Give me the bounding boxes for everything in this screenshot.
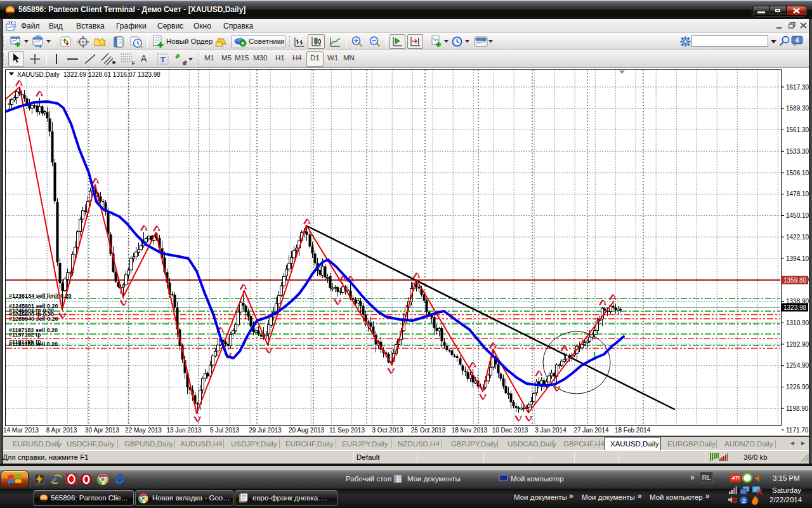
- svg-text:E: E: [112, 60, 116, 65]
- svg-text:#1197182 tp: #1197182 tp: [9, 331, 41, 338]
- svg-text:XAUUSD,Daily: XAUUSD,Daily: [17, 71, 60, 78]
- svg-text:22 May 2013: 22 May 2013: [125, 427, 162, 434]
- svg-text:4: 4: [796, 37, 799, 44]
- svg-text:1394.10: 1394.10: [786, 255, 809, 262]
- svg-text:18 Nov 2013: 18 Nov 2013: [452, 427, 488, 434]
- svg-text:10 Dec 2013: 10 Dec 2013: [492, 427, 528, 434]
- svg-text:20 Aug 2013: 20 Aug 2013: [289, 427, 325, 434]
- svg-text:5 Jul 2013: 5 Jul 2013: [210, 427, 240, 434]
- svg-text:8 Apr 2013: 8 Apr 2013: [46, 427, 77, 434]
- svg-text:1171.70: 1171.70: [786, 427, 809, 434]
- svg-text:1450.10: 1450.10: [786, 212, 809, 219]
- svg-text:1422.10: 1422.10: [786, 234, 809, 241]
- svg-text:T: T: [160, 55, 165, 64]
- svg-text:14 Mar 2013: 14 Mar 2013: [3, 427, 39, 434]
- svg-text:1359.80: 1359.80: [783, 277, 807, 284]
- svg-text:1617.30: 1617.30: [786, 84, 809, 91]
- svg-text:1561.30: 1561.30: [786, 126, 809, 133]
- svg-text:F: F: [132, 60, 135, 65]
- svg-text:1533.30: 1533.30: [786, 148, 809, 155]
- svg-text:1198.90: 1198.90: [786, 405, 809, 412]
- svg-text:13 Jun 2013: 13 Jun 2013: [166, 427, 201, 434]
- svg-text:1282.90: 1282.90: [786, 341, 809, 348]
- svg-text:1254.90: 1254.90: [786, 362, 809, 369]
- svg-text:2: 2: [742, 498, 745, 504]
- svg-text:#1285540 sell 0.20: #1285540 sell 0.20: [9, 316, 58, 322]
- svg-text:1506.10: 1506.10: [786, 170, 809, 177]
- svg-text:30 Apr 2013: 30 Apr 2013: [85, 427, 119, 434]
- svg-text:#1191280 sell 0.20: #1191280 sell 0.20: [9, 341, 58, 347]
- svg-text:3 Oct 2013: 3 Oct 2013: [372, 427, 403, 434]
- svg-text:#1236134 sell limit 0.20: #1236134 sell limit 0.20: [9, 293, 72, 299]
- svg-text:1322.69 1328.61 1316.07 1323.9: 1322.69 1328.61 1316.07 1323.98: [63, 71, 160, 78]
- svg-text:1589.30: 1589.30: [786, 105, 809, 112]
- svg-text:3 Jan 2014: 3 Jan 2014: [535, 427, 566, 434]
- svg-text:27 Jan 2014: 27 Jan 2014: [573, 427, 608, 434]
- svg-text:29 Jul 2013: 29 Jul 2013: [249, 427, 282, 434]
- svg-text:1323.98: 1323.98: [783, 304, 807, 311]
- svg-text:25 Oct 2013: 25 Oct 2013: [411, 427, 446, 434]
- svg-text:18 Feb 2014: 18 Feb 2014: [615, 427, 651, 434]
- svg-text:1310.90: 1310.90: [786, 319, 809, 326]
- svg-text:1226.90: 1226.90: [786, 384, 809, 391]
- svg-text:11 Sep 2013: 11 Sep 2013: [329, 427, 365, 434]
- svg-text:1478.10: 1478.10: [786, 190, 809, 197]
